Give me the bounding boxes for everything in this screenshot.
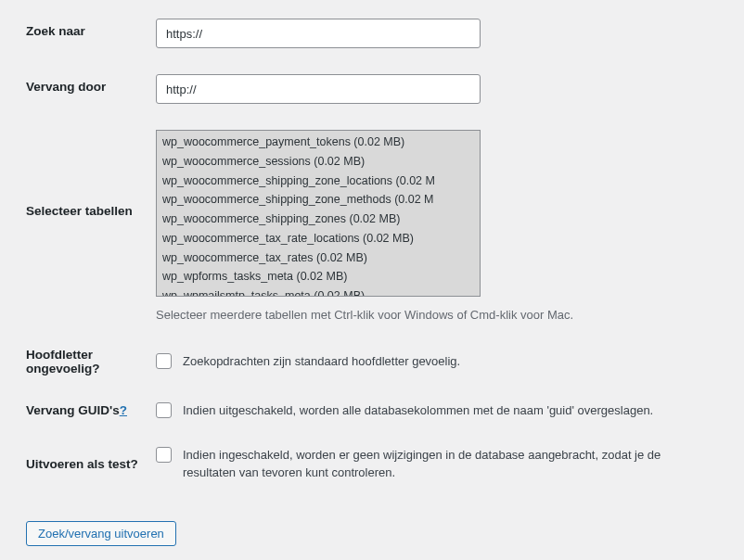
case-insensitive-row: Hoofdletter ongevoelig? Zoekopdrachten z… xyxy=(9,348,735,375)
table-option[interactable]: wp_woocommerce_shipping_zones (0.02 MB) xyxy=(157,210,480,229)
select-tables-label: Selecteer tabellen xyxy=(9,130,156,218)
replace-with-label: Vervang door xyxy=(9,74,156,94)
search-replace-form: Zoek naar Vervang door Selecteer tabelle… xyxy=(9,19,735,546)
search-for-label: Zoek naar xyxy=(9,19,156,38)
case-insensitive-desc: Zoekopdrachten zijn standaard hoofdlette… xyxy=(183,352,460,371)
replace-guids-help-link[interactable]: ? xyxy=(120,403,127,417)
dry-run-label: Uitvoeren als test? xyxy=(9,457,156,471)
table-option[interactable]: wp_woocommerce_sessions (0.02 MB) xyxy=(157,152,480,172)
table-option[interactable]: wp_woocommerce_tax_rate_locations (0.02 … xyxy=(157,229,480,248)
search-for-row: Zoek naar xyxy=(9,19,735,48)
table-option[interactable]: wp_wpforms_tasks_meta (0.02 MB) xyxy=(157,267,480,286)
table-option[interactable]: wp_wpmailsmtp_tasks_meta (0.02 MB) xyxy=(157,286,480,297)
select-tables-listbox[interactable]: wp_woocommerce_payment_tokens (0.02 MB) … xyxy=(156,130,481,297)
dry-run-checkbox[interactable] xyxy=(156,447,172,463)
dry-run-row: Uitvoeren als test? Indien ingeschakeld,… xyxy=(9,446,735,482)
replace-guids-label: Vervang GUID's? xyxy=(9,403,156,417)
dry-run-desc: Indien ingeschakeld, worden er geen wijz… xyxy=(183,446,716,482)
case-insensitive-label: Hoofdletter ongevoelig? xyxy=(9,348,156,375)
replace-guids-desc: Indien uitgeschakeld, worden alle databa… xyxy=(183,401,653,420)
table-option[interactable]: wp_woocommerce_payment_tokens (0.02 MB) xyxy=(157,133,480,152)
replace-with-input[interactable] xyxy=(156,74,481,104)
search-for-input[interactable] xyxy=(156,19,481,48)
replace-guids-checkbox[interactable] xyxy=(156,402,172,418)
submit-button[interactable]: Zoek/vervang uitvoeren xyxy=(26,521,176,546)
select-tables-row: Selecteer tabellen wp_woocommerce_paymen… xyxy=(9,130,735,322)
table-option[interactable]: wp_woocommerce_tax_rates (0.02 MB) xyxy=(157,248,480,268)
case-insensitive-checkbox[interactable] xyxy=(156,353,172,369)
table-option[interactable]: wp_woocommerce_shipping_zone_methods (0.… xyxy=(157,190,480,210)
table-option[interactable]: wp_woocommerce_shipping_zone_locations (… xyxy=(157,172,480,191)
select-tables-help: Selecteer meerdere tabellen met Ctrl-kli… xyxy=(156,308,716,322)
submit-row: Zoek/vervang uitvoeren xyxy=(9,508,735,546)
replace-guids-row: Vervang GUID's? Indien uitgeschakeld, wo… xyxy=(9,401,735,420)
replace-with-row: Vervang door xyxy=(9,74,735,104)
